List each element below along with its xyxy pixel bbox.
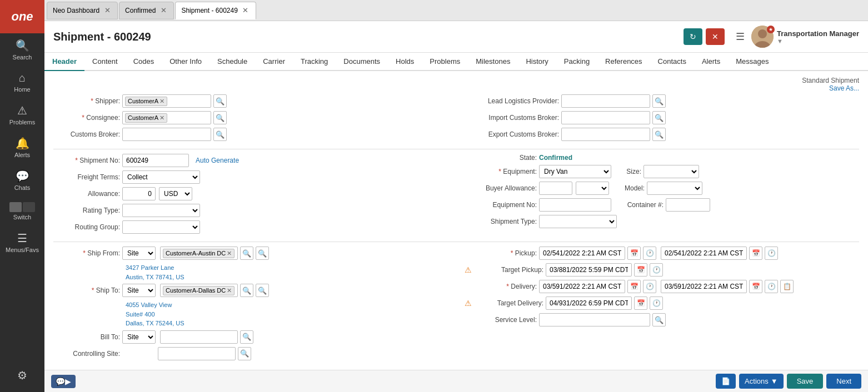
sidebar-item-home[interactable]: ⌂ Home: [0, 66, 44, 98]
delivery-calendar1[interactable]: 📅: [627, 280, 641, 293]
size-select[interactable]: [643, 165, 699, 178]
pickup-input2[interactable]: [661, 247, 747, 260]
tab-confirmed[interactable]: Confirmed ✕: [119, 2, 174, 19]
tab-packing[interactable]: Packing: [556, 53, 597, 71]
export-customs-search[interactable]: 🔍: [652, 128, 666, 141]
sidebar-item-search[interactable]: 🔍 Search: [0, 33, 44, 66]
lead-logistics-search[interactable]: 🔍: [652, 94, 666, 108]
remove-shipper-tag[interactable]: ✕: [159, 98, 164, 105]
chat-button[interactable]: 💬▶: [51, 375, 76, 388]
tab-content[interactable]: Content: [84, 53, 126, 71]
equipment-no-input[interactable]: [539, 198, 611, 212]
container-no-input[interactable]: [666, 198, 710, 212]
tab-milestones[interactable]: Milestones: [468, 53, 518, 71]
auto-generate-link[interactable]: Auto Generate: [196, 157, 239, 164]
routing-group-select[interactable]: [122, 220, 200, 234]
buyer-allowance-input[interactable]: [539, 182, 572, 195]
tab-messages[interactable]: Messages: [728, 53, 776, 71]
import-customs-input[interactable]: [561, 111, 650, 124]
equipment-select[interactable]: Dry Van: [539, 165, 611, 178]
ship-from-search2[interactable]: 🔍: [256, 247, 269, 260]
next-button[interactable]: Next: [826, 374, 861, 389]
service-level-search[interactable]: 🔍: [652, 313, 666, 326]
sidebar-item-menus[interactable]: ☰ Menus/Favs: [0, 226, 44, 259]
save-as-link[interactable]: Save As...: [829, 84, 859, 92]
remove-ship-from-tag[interactable]: ✕: [227, 250, 232, 257]
delivery-calendar2[interactable]: 📅: [749, 280, 762, 293]
ship-from-search[interactable]: 🔍: [240, 247, 253, 260]
controlling-site-input[interactable]: [158, 347, 236, 360]
target-pickup-clock[interactable]: 🕐: [650, 263, 663, 277]
tab-contacts[interactable]: Contacts: [650, 53, 694, 71]
shipment-type-select[interactable]: [539, 215, 617, 228]
actions-button[interactable]: Actions ▼: [739, 374, 784, 389]
pickup-calendar1[interactable]: 📅: [627, 247, 641, 260]
ship-to-type-select[interactable]: Site: [122, 284, 156, 297]
delivery-input1[interactable]: [539, 280, 625, 293]
import-customs-search[interactable]: 🔍: [652, 111, 666, 124]
ship-from-site-input[interactable]: CustomerA-Austin DC ✕: [160, 247, 238, 260]
target-delivery-input[interactable]: [546, 296, 632, 310]
remove-ship-to-tag[interactable]: ✕: [227, 287, 232, 294]
delivery-extra[interactable]: 📋: [780, 280, 794, 293]
tab-references[interactable]: References: [597, 53, 650, 71]
target-pickup-calendar[interactable]: 📅: [634, 263, 647, 277]
tab-history[interactable]: History: [518, 53, 556, 71]
close-tab-icon[interactable]: ✕: [159, 6, 168, 15]
allowance-input[interactable]: [122, 187, 156, 200]
lead-logistics-input[interactable]: [561, 94, 650, 108]
customs-broker-search[interactable]: 🔍: [213, 128, 227, 141]
tab-documents[interactable]: Documents: [336, 53, 388, 71]
pickup-input1[interactable]: [539, 247, 625, 260]
currency-select[interactable]: USD: [159, 187, 192, 200]
ship-to-search2[interactable]: 🔍: [256, 284, 269, 297]
tab-other-info[interactable]: Other Info: [162, 53, 209, 71]
tab-tracking[interactable]: Tracking: [293, 53, 336, 71]
ship-to-search[interactable]: 🔍: [240, 284, 253, 297]
sidebar-item-chats[interactable]: 💬 Chats: [0, 164, 44, 197]
shipper-search-button[interactable]: 🔍: [213, 94, 227, 108]
tab-header[interactable]: Header: [44, 53, 84, 71]
shipper-input[interactable]: CustomerA ✕: [122, 94, 211, 108]
freight-terms-select[interactable]: Collect: [122, 170, 200, 184]
bill-to-search[interactable]: 🔍: [240, 330, 253, 344]
target-pickup-input[interactable]: [546, 263, 632, 277]
remove-consignee-tag[interactable]: ✕: [159, 114, 164, 122]
tab-shipment-600249[interactable]: Shipment - 600249 ✕: [175, 2, 256, 19]
sidebar-item-alerts[interactable]: 🔔 Alerts: [0, 131, 44, 164]
pickup-clock2[interactable]: 🕐: [765, 247, 778, 260]
sidebar-item-settings[interactable]: ⚙: [17, 363, 27, 388]
buyer-allowance-currency-select[interactable]: [576, 182, 609, 195]
pickup-clock1[interactable]: 🕐: [643, 247, 656, 260]
sidebar-item-problems[interactable]: ⚠ Problems: [0, 98, 44, 131]
consignee-input[interactable]: CustomerA ✕: [122, 111, 211, 124]
shipment-no-input[interactable]: [122, 154, 189, 167]
save-button[interactable]: Save: [787, 374, 824, 389]
tab-holds[interactable]: Holds: [388, 53, 422, 71]
tab-codes[interactable]: Codes: [126, 53, 162, 71]
tab-neo-dashboard[interactable]: Neo Dashboard ✕: [47, 2, 118, 19]
delivery-clock1[interactable]: 🕐: [643, 280, 656, 293]
pickup-calendar2[interactable]: 📅: [749, 247, 762, 260]
sidebar-item-switch[interactable]: Switch: [0, 197, 44, 226]
close-button[interactable]: ✕: [706, 28, 725, 45]
document-button[interactable]: 📄: [716, 374, 736, 389]
delivery-clock2[interactable]: 🕐: [765, 280, 778, 293]
model-select[interactable]: [647, 182, 702, 195]
bill-to-type-select[interactable]: Site: [122, 330, 156, 344]
hamburger-icon[interactable]: ☰: [736, 31, 745, 43]
controlling-site-search[interactable]: 🔍: [238, 347, 251, 360]
delivery-input2[interactable]: [661, 280, 747, 293]
tab-alerts[interactable]: Alerts: [694, 53, 728, 71]
consignee-search-button[interactable]: 🔍: [213, 111, 227, 124]
target-delivery-calendar[interactable]: 📅: [634, 296, 647, 310]
close-tab-icon[interactable]: ✕: [241, 6, 250, 15]
refresh-button[interactable]: ↻: [684, 28, 702, 45]
service-level-input[interactable]: [539, 313, 650, 326]
bill-to-input[interactable]: [160, 330, 238, 344]
tab-problems[interactable]: Problems: [422, 53, 468, 71]
rating-type-select[interactable]: [122, 204, 200, 217]
tab-schedule[interactable]: Schedule: [209, 53, 255, 71]
close-tab-icon[interactable]: ✕: [103, 6, 112, 15]
ship-to-site-input[interactable]: CustomerA-Dallas DC ✕: [160, 284, 238, 297]
